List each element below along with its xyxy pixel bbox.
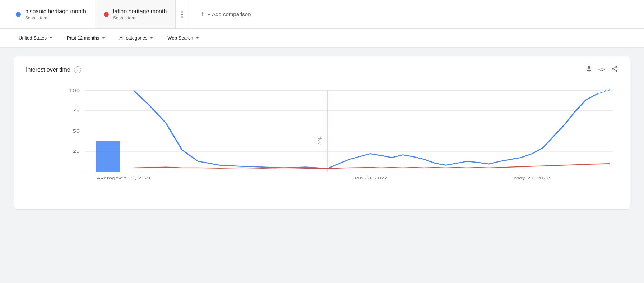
term1-name: hispanic heritage month [25,8,86,15]
svg-text:Note: Note [317,136,323,145]
chart-svg: 100 75 50 25 Note Average [26,83,618,198]
term2-name: latino heritage month [113,8,167,15]
filters-bar: United States Past 12 months All categor… [0,29,644,48]
svg-text:Average: Average [97,175,119,180]
svg-text:100: 100 [69,88,80,93]
svg-text:Sep 19, 2021: Sep 19, 2021 [116,175,151,180]
svg-text:Jan 23, 2022: Jan 23, 2022 [353,175,388,180]
share-button[interactable] [611,65,618,74]
location-label: United States [19,35,47,41]
search-term-1: hispanic heritage month Search term [7,0,95,28]
term1-info: hispanic heritage month Search term [25,8,86,20]
term1-type: Search term [25,15,86,20]
search-type-chevron-icon [196,37,199,39]
embed-button[interactable]: <> [598,66,605,73]
chart-card: Interest over time ? <> [14,56,630,209]
chart-title: Interest over time [26,67,70,73]
download-button[interactable] [585,65,593,74]
location-filter[interactable]: United States [14,32,57,44]
svg-rect-12 [96,141,120,172]
time-range-filter[interactable]: Past 12 months [62,32,109,44]
search-type-filter[interactable]: Web Search [163,32,203,44]
categories-filter[interactable]: All categories [115,32,157,44]
search-term-2: latino heritage month Search term [95,0,176,28]
search-type-label: Web Search [167,35,193,41]
time-range-label: Past 12 months [67,35,99,41]
chart-actions: <> [585,65,618,74]
categories-chevron-icon [150,37,153,39]
svg-text:75: 75 [73,108,80,113]
term1-dot [16,12,21,17]
plus-icon: + [200,10,205,18]
svg-text:50: 50 [73,128,80,133]
add-comparison-label: + Add comparison [208,11,251,17]
help-icon[interactable]: ? [74,66,81,73]
term2-type: Search term [113,15,167,20]
svg-text:May 29, 2022: May 29, 2022 [514,175,550,180]
term2-dot [104,12,109,17]
more-options-button[interactable] [176,0,189,28]
categories-label: All categories [119,35,147,41]
chart-header: Interest over time ? <> [26,65,618,74]
chart-title-group: Interest over time ? [26,66,81,73]
time-range-chevron-icon [102,37,105,39]
term2-info: latino heritage month Search term [113,8,167,20]
location-chevron-icon [50,37,52,39]
main-content: Interest over time ? <> [0,48,644,218]
svg-text:25: 25 [73,149,80,154]
chart-area: 100 75 50 25 Note Average [26,83,618,198]
three-dots-icon [181,11,183,18]
add-comparison-button[interactable]: + + Add comparison [189,0,637,28]
top-bar: hispanic heritage month Search term lati… [0,0,644,29]
